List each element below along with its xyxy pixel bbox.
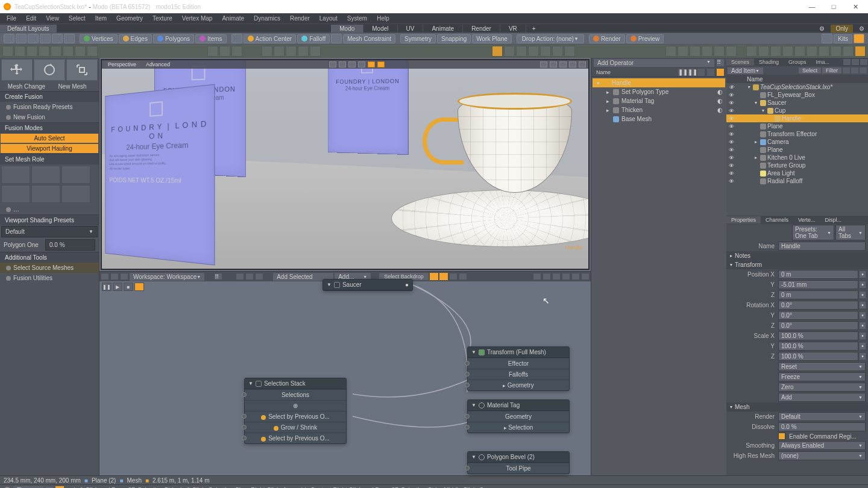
ops-icon[interactable]: ❚❚ — [688, 69, 695, 76]
tool-icon[interactable] — [854, 34, 864, 43]
schematic-icon[interactable] — [562, 273, 570, 280]
select-button[interactable]: Select — [799, 67, 821, 74]
schematic-icon[interactable] — [255, 273, 263, 280]
tab-vertex[interactable]: Verte... — [793, 216, 820, 224]
tab-shading[interactable]: Shading — [754, 58, 784, 66]
render-dropdown[interactable]: Default▼ — [778, 412, 866, 421]
tab-images[interactable]: Ima... — [811, 58, 835, 66]
tool-icon[interactable] — [516, 46, 527, 57]
stop-button[interactable]: ■ — [124, 283, 133, 291]
tree-row[interactable]: 👁Handle — [726, 114, 868, 122]
node-polygon-bevel[interactable]: ▼Polygon Bevel (2) Tool Pipe — [467, 451, 570, 474]
menu-geometry[interactable]: Geometry — [112, 14, 147, 22]
mesh-role-cell[interactable] — [61, 166, 90, 184]
tool-icon[interactable] — [794, 46, 805, 57]
scl-z-field[interactable]: 100.0 % — [778, 352, 858, 361]
schematic-icon[interactable] — [571, 273, 580, 280]
selmode-vertices[interactable]: Vertices — [80, 34, 118, 43]
schematic-icon[interactable] — [459, 273, 467, 280]
tab-properties[interactable]: Properties — [726, 216, 761, 224]
tree-row[interactable]: 👁Transform Effector — [726, 130, 868, 138]
ops-item[interactable]: Base Mesh — [593, 114, 725, 124]
tool-icon[interactable] — [75, 46, 86, 57]
fusion-utilities[interactable]: Fusion Utilities — [0, 273, 99, 283]
ops-icon[interactable]: ❚❚ — [678, 69, 685, 76]
new-fusion[interactable]: New Fusion — [0, 112, 99, 122]
tree-row[interactable]: 👁Radial Falloff — [726, 177, 868, 185]
tool-icon[interactable] — [231, 46, 242, 57]
menu-view[interactable]: View — [42, 14, 63, 22]
mode-tab-animate[interactable]: Animate — [423, 25, 463, 33]
viewport-icon[interactable] — [329, 61, 336, 67]
tool-icon[interactable] — [726, 46, 737, 57]
pos-y-field[interactable]: -5.01 mm — [778, 280, 858, 289]
section-create-fusion[interactable]: Create Fusion — [0, 91, 99, 102]
add-tab-button[interactable]: + — [526, 25, 542, 33]
section-transform[interactable]: ▾Transform — [726, 260, 868, 269]
time-icon[interactable] — [55, 486, 64, 489]
workplane-button[interactable]: Work Plane — [472, 34, 512, 43]
smoothing-dropdown[interactable]: Always Enabled▼ — [778, 441, 866, 450]
tool-icon[interactable] — [219, 46, 230, 57]
section-mesh[interactable]: ▾Mesh — [726, 402, 868, 411]
symmetry-button[interactable]: Symmetry — [400, 34, 436, 43]
menu-vertexmap[interactable]: Vertex Map — [178, 14, 217, 22]
mode-tab-modo[interactable]: Modo — [331, 25, 363, 33]
tool-icon[interactable] — [16, 34, 27, 43]
only-toggle[interactable]: Only — [831, 25, 853, 33]
panel-icon[interactable] — [860, 67, 867, 74]
layout-options-icon[interactable]: ⚙ — [816, 25, 828, 33]
preview-button[interactable]: Preview — [626, 34, 664, 43]
menu-layout[interactable]: Layout — [315, 14, 342, 22]
menu-select[interactable]: Select — [64, 14, 90, 22]
ops-icon[interactable]: ⠿ — [717, 59, 724, 66]
section-additional-tools[interactable]: Additional Tools — [0, 252, 99, 263]
menu-item[interactable]: Item — [91, 14, 111, 22]
falloff-button[interactable]: Falloff — [297, 34, 330, 43]
action-center-button[interactable]: Action Center — [244, 34, 297, 43]
menu-animate[interactable]: Animate — [218, 14, 248, 22]
tool-icon[interactable] — [63, 46, 74, 57]
move-tool[interactable] — [1, 59, 33, 81]
tool-icon[interactable] — [758, 46, 769, 57]
tree-row[interactable]: 👁▸Camera — [726, 138, 868, 146]
tool-icon[interactable] — [64, 34, 75, 43]
menu-edit[interactable]: Edit — [22, 14, 40, 22]
tool-icon[interactable] — [702, 46, 712, 57]
mesh-role-cell[interactable] — [1, 166, 30, 184]
menu-texture[interactable]: Texture — [148, 14, 177, 22]
freeze-button[interactable]: Freeze▼ — [778, 372, 866, 381]
ops-item[interactable]: ▸Thicken◐ — [593, 105, 725, 114]
tool-icon[interactable] — [298, 46, 309, 57]
tab-scenes[interactable]: Scenes — [726, 58, 754, 66]
tool-icon[interactable] — [286, 46, 297, 57]
schematic-icon[interactable] — [533, 273, 541, 280]
tool-icon[interactable] — [14, 46, 25, 57]
tree-row[interactable]: 👁▾TeaCupSelectionStack.lxo* — [726, 83, 868, 91]
scale-tool[interactable] — [66, 59, 98, 81]
selmode-polygons[interactable]: Polygons — [153, 34, 194, 43]
section-set-mesh-role[interactable]: Set Mesh Role — [0, 154, 99, 164]
tool-icon[interactable] — [714, 46, 725, 57]
tool-icon[interactable] — [262, 46, 272, 57]
tool-icon[interactable] — [564, 46, 575, 57]
mesh-role-cell[interactable] — [61, 185, 90, 203]
viewport-icon[interactable] — [550, 61, 557, 67]
rot-y-field[interactable]: 0.0° — [778, 311, 858, 320]
mode-tab-render[interactable]: Render — [463, 25, 500, 33]
tool-icon[interactable] — [504, 46, 515, 57]
tree-row[interactable]: 👁Texture Group — [726, 161, 868, 169]
fusion-ready-presets[interactable]: Fusion Ready Presets — [0, 102, 99, 112]
menu-file[interactable]: File — [2, 14, 20, 22]
viewport-icon[interactable] — [368, 61, 375, 67]
schematic-view[interactable]: Workspace: Workspace▼ ⠿ Add Selected Add… — [99, 271, 591, 475]
viewport[interactable]: Perspective Advanced FOUNDRY | LO — [101, 59, 590, 270]
node-transform[interactable]: ▼Transform (Full Mesh) Effector Falloffs… — [467, 346, 570, 391]
section-fusion-modes[interactable]: Fusion Modes — [0, 122, 99, 133]
scl-y-field[interactable]: 100.0 % — [778, 342, 858, 351]
layout-preset[interactable]: Default Layouts — [0, 25, 57, 33]
play-button[interactable]: ▶ — [113, 283, 122, 291]
tool-icon[interactable] — [552, 46, 563, 57]
workspace-dropdown[interactable]: Workspace: Workspace▼ — [130, 273, 204, 281]
viewport-icon[interactable] — [358, 61, 365, 67]
